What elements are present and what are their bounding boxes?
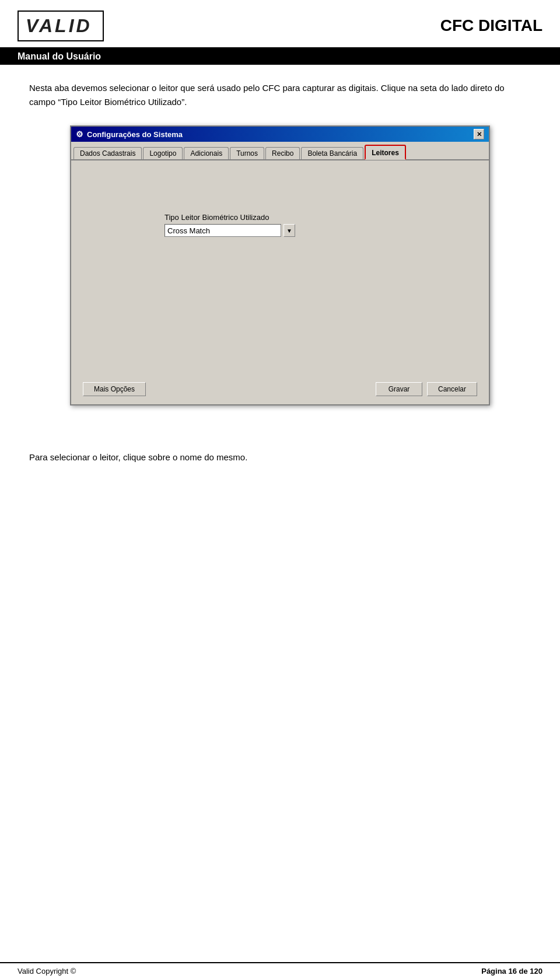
dialog-titlebar-left: ⚙ Configurações do Sistema (76, 130, 183, 139)
logo-box: VALID (18, 11, 104, 41)
header-title: CFC DIGITAL (440, 11, 542, 35)
cancelar-button[interactable]: Cancelar (427, 382, 477, 396)
tab-recibo[interactable]: Recibo (265, 147, 300, 159)
page-footer: Valid Copyright © Página 16 de 120 (0, 962, 560, 979)
tab-adicionais[interactable]: Adicionais (184, 147, 229, 159)
tab-bar: Dados Cadastrais Logotipo Adicionais Tur… (71, 142, 489, 160)
bottom-text-area: Para selecionar o leitor, clique sobre o… (0, 440, 560, 474)
intro-paragraph: Nesta aba devemos selecionar o leitor qu… (29, 81, 531, 109)
page-info-text: Página 16 de 120 (481, 967, 542, 975)
subtitle-bar: Manual do Usuário (0, 48, 560, 65)
field-label: Tipo Leitor Biométrico Utilizado (164, 213, 269, 222)
gravar-button[interactable]: Gravar (376, 382, 422, 396)
tab-turnos[interactable]: Turnos (230, 147, 264, 159)
dialog-close-button[interactable]: ✕ (474, 129, 484, 139)
mais-opcoes-button[interactable]: Mais Opções (83, 382, 146, 396)
subtitle-text: Manual do Usuário (18, 51, 101, 61)
tab-leitores[interactable]: Leitores (365, 145, 406, 160)
dialog-titlebar: ⚙ Configurações do Sistema ✕ (71, 127, 489, 142)
copyright-text: Valid Copyright © (18, 967, 76, 975)
dialog-title-text: Configurações do Sistema (87, 130, 183, 139)
leitor-select[interactable]: Cross Match Digital Persona Suprema (164, 224, 281, 237)
page-header: VALID CFC DIGITAL (0, 0, 560, 48)
dialog-body: Tipo Leitor Biométrico Utilizado Cross M… (71, 160, 489, 382)
footer-right-buttons: Gravar Cancelar (376, 382, 477, 396)
tab-logotipo[interactable]: Logotipo (143, 147, 183, 159)
bottom-paragraph: Para selecionar o leitor, clique sobre o… (29, 452, 531, 462)
tab-dados-cadastrais[interactable]: Dados Cadastrais (74, 147, 142, 159)
main-content: Nesta aba devemos selecionar o leitor qu… (0, 65, 560, 440)
logo-text: VALID (26, 15, 92, 36)
field-group: Tipo Leitor Biométrico Utilizado Cross M… (164, 213, 477, 237)
dialog-wrapper: ⚙ Configurações do Sistema ✕ Dados Cadas… (29, 125, 531, 405)
dialog-title-icon: ⚙ (76, 130, 83, 139)
field-select-row: Cross Match Digital Persona Suprema ▼ (164, 224, 295, 237)
system-config-dialog: ⚙ Configurações do Sistema ✕ Dados Cadas… (70, 125, 490, 405)
dialog-footer: Mais Opções Gravar Cancelar (71, 382, 489, 404)
select-arrow-icon[interactable]: ▼ (284, 224, 295, 237)
tab-boleta-bancaria[interactable]: Boleta Bancária (301, 147, 363, 159)
